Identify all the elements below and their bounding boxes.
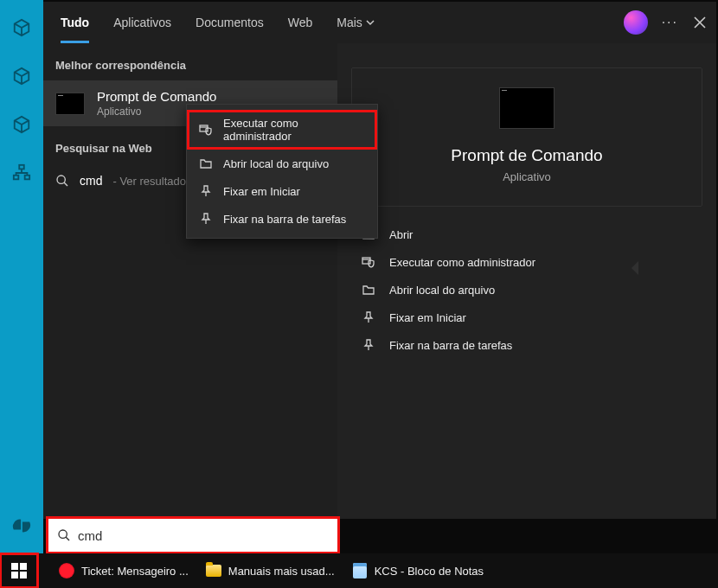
search-panel: Tudo Aplicativos Documentos Web Mais ···… [43,2,716,519]
section-best-match-label: Melhor correspondência [43,43,337,80]
search-tabs-bar: Tudo Aplicativos Documentos Web Mais ··· [43,2,716,43]
context-run-as-admin[interactable]: Executar como administrador [187,110,377,150]
best-match-title: Prompt de Comando [97,89,216,104]
context-open-file-location-label: Abrir local do arquivo [223,157,329,170]
context-pin-start-label: Fixar em Iniciar [223,185,300,198]
detail-subtitle: Aplicativo [362,170,691,183]
pin-taskbar-icon [199,212,213,226]
action-open-label: Abrir [389,228,413,241]
action-open-file-location-label: Abrir local do arquivo [389,284,495,297]
shield-icon [362,255,375,269]
tab-more[interactable]: Mais [337,2,375,43]
web-query-suffix: - Ver resultados [112,175,191,188]
tab-apps[interactable]: Aplicativos [113,2,171,43]
pin-start-icon [199,184,213,198]
svg-rect-1 [14,176,19,180]
rail-cube-icon[interactable] [11,17,32,38]
detail-arrow-icon [631,261,638,275]
left-app-rail [0,0,43,553]
notepad-icon [352,563,368,578]
taskbar-item-label: Manuais mais usad... [228,565,335,578]
action-pin-taskbar[interactable]: Fixar na barra de tarefas [358,331,696,359]
action-open[interactable]: Abrir [358,220,696,248]
opera-icon [59,563,74,578]
folder-icon [206,563,221,578]
context-pin-taskbar-label: Fixar na barra de tarefas [223,213,346,226]
rail-org-icon[interactable] [11,163,32,183]
more-options-button[interactable]: ··· [662,15,678,30]
tab-more-label: Mais [337,16,362,29]
search-box[interactable] [48,519,337,552]
tab-documents[interactable]: Documentos [196,2,264,43]
close-button[interactable] [692,15,708,30]
context-pin-taskbar[interactable]: Fixar na barra de tarefas [187,205,377,233]
cmd-thumbnail-icon [55,93,85,115]
taskbar-item-notepad[interactable]: KCS - Bloco de Notas [343,553,492,588]
context-open-file-location[interactable]: Abrir local do arquivo [187,150,377,177]
web-query-text: cmd [80,174,102,188]
action-pin-start[interactable]: Fixar em Iniciar [358,304,696,331]
pin-start-icon [362,310,375,324]
action-run-as-admin-label: Executar como administrador [389,256,535,269]
search-icon [55,174,69,188]
taskbar-item-label: KCS - Bloco de Notas [375,565,484,578]
detail-card: Prompt de Comando Aplicativo [351,67,702,207]
svg-point-7 [59,530,67,538]
context-pin-start[interactable]: Fixar em Iniciar [187,177,377,205]
folder-icon [199,157,213,170]
svg-point-3 [57,176,65,183]
action-pin-start-label: Fixar em Iniciar [389,311,466,324]
cmd-thumbnail-large-icon [499,87,555,129]
detail-column: Prompt de Comando Aplicativo Abrir Execu… [337,43,716,519]
svg-rect-2 [25,176,29,180]
search-icon [57,528,71,542]
chevron-down-icon [366,18,375,27]
action-pin-taskbar-label: Fixar na barra de tarefas [389,339,512,352]
svg-rect-0 [19,165,24,169]
rail-cube-icon[interactable] [11,66,32,86]
context-run-as-admin-label: Executar como administrador [223,117,365,143]
start-button[interactable] [0,553,38,588]
taskbar-item-label: Ticket: Mensageiro ... [81,565,189,578]
taskbar-item-explorer[interactable]: Manuais mais usad... [197,553,343,588]
windows-logo-icon [11,563,27,578]
action-run-as-admin[interactable]: Executar como administrador [358,248,696,276]
search-input[interactable] [78,528,329,543]
detail-actions: Abrir Executar como administrador Abrir … [337,207,716,359]
rail-cube-icon[interactable] [11,114,32,135]
action-open-file-location[interactable]: Abrir local do arquivo [358,276,696,304]
taskbar-item-opera[interactable]: Ticket: Mensageiro ... [50,553,197,588]
taskbar: Ticket: Mensageiro ... Manuais mais usad… [0,553,718,588]
tab-web[interactable]: Web [288,2,313,43]
context-menu: Executar como administrador Abrir local … [186,104,378,239]
tab-all[interactable]: Tudo [61,2,89,43]
detail-title: Prompt de Comando [362,146,691,165]
shield-icon [199,123,213,137]
rog-logo-icon[interactable] [624,10,648,35]
pin-taskbar-icon [362,338,375,352]
folder-icon [362,283,375,297]
zendesk-icon[interactable] [11,515,32,536]
